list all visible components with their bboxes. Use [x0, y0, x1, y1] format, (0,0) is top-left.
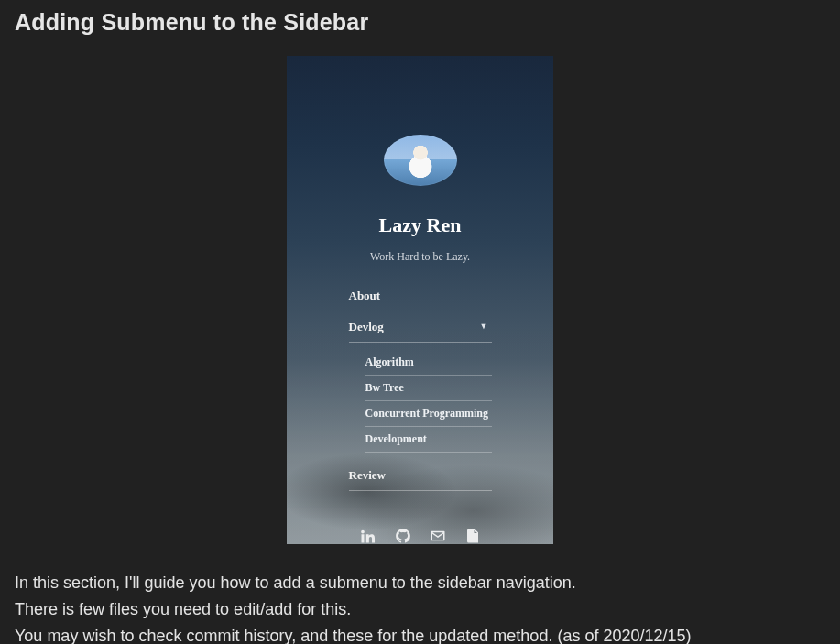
avatar — [384, 135, 457, 186]
chevron-down-icon: ▼ — [480, 322, 488, 331]
github-icon[interactable] — [395, 528, 411, 544]
subnav-item-concurrent[interactable]: Concurrent Programming — [365, 401, 492, 427]
devlog-submenu: Algorithm Bw Tree Concurrent Programming… — [365, 350, 492, 453]
link-these[interactable]: these — [333, 627, 373, 644]
sidebar-screenshot: Lazy Ren Work Hard to be Lazy. About Dev… — [287, 56, 553, 544]
link-commit-history[interactable]: commit history — [186, 627, 291, 644]
subnav-item-bwtree[interactable]: Bw Tree — [365, 376, 492, 401]
link-and[interactable]: and — [300, 627, 328, 644]
section-heading: Adding Submenu to the Sidebar — [15, 9, 825, 36]
social-row — [360, 528, 481, 544]
subnav-item-algorithm[interactable]: Algorithm — [365, 350, 492, 376]
sidebar-demo-figure: Lazy Ren Work Hard to be Lazy. About Dev… — [15, 56, 825, 544]
document-icon[interactable] — [464, 528, 481, 544]
site-tagline: Work Hard to be Lazy. — [370, 250, 470, 264]
section-body: In this section, I'll guide you how to a… — [15, 570, 825, 644]
site-title: Lazy Ren — [379, 213, 462, 237]
linkedin-icon[interactable] — [360, 528, 376, 544]
nav-item-review[interactable]: Review — [349, 460, 492, 491]
sidebar-nav: About Devlog ▼ Algorithm Bw Tree Concurr… — [349, 280, 492, 491]
body-line-1: In this section, I'll guide you how to a… — [15, 570, 825, 596]
nav-item-about[interactable]: About — [349, 280, 492, 311]
body-line-3: You may wish to check commit history, an… — [15, 623, 825, 644]
mail-icon[interactable] — [430, 528, 446, 544]
nav-item-label: Devlog — [349, 320, 384, 333]
nav-item-devlog[interactable]: Devlog ▼ — [349, 311, 492, 343]
subnav-item-development[interactable]: Development — [365, 427, 492, 453]
body-line-2: There is few files you need to edit/add … — [15, 596, 825, 623]
